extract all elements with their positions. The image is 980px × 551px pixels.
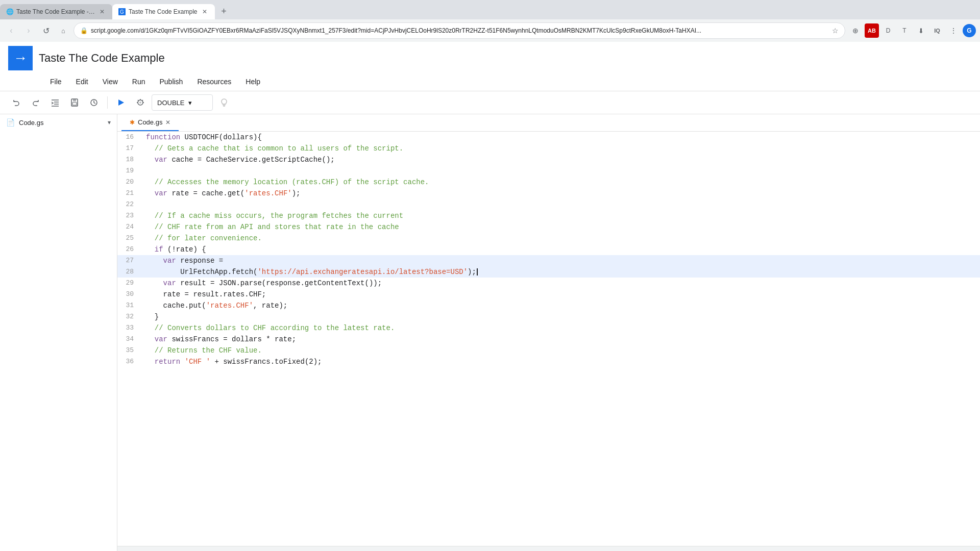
toolbar-separator-1 [107,96,108,109]
table-row: 27 var response = [117,255,980,266]
iqlink-icon[interactable]: IQ [930,23,944,38]
line-number: 21 [117,188,142,199]
menu-bar: File Edit View Run Publish Resources Hel… [8,72,972,89]
line-content: var rate = cache.get('rates.CHF'); [142,188,980,199]
app-container: → Taste The Code Example File Edit View … [0,42,980,551]
line-content: // Accesses the memory location (rates.C… [142,177,980,188]
line-number: 20 [117,177,142,188]
tab1-favicon: 🌐 [6,8,13,15]
file-name-label: Code.gs [19,119,104,127]
extensions-icon[interactable]: ⊕ [848,23,863,38]
line-content: var result = JSON.parse(response.getCont… [142,278,980,289]
line-content: rate = result.rates.CHF; [142,289,980,300]
editor-tabs: ✱ Code.gs ✕ [117,114,980,132]
table-row: 24 // CHF rate from an API and stores th… [117,221,980,233]
code-content[interactable]: 16function USDTOCHF(dollars){17 // Gets … [117,132,980,546]
url-text: script.google.com/d/1GKz0qmFTvVI5GiOAZFY… [91,27,829,34]
menu-run[interactable]: Run [125,74,153,89]
settings-icon[interactable]: ⋮ [946,23,961,38]
save-button[interactable] [66,94,83,111]
forward-button[interactable]: › [21,23,36,38]
save-icon[interactable]: ⬇ [914,23,928,38]
line-number: 22 [117,199,142,210]
table-row: 35 // Returns the CHF value. [117,345,980,356]
table-row: 30 rate = result.rates.CHF; [117,289,980,300]
table-row: 36 return 'CHF ' + swissFrancs.toFixed(2… [117,356,980,367]
line-number: 28 [117,266,142,278]
table-row: 17 // Gets a cache that is common to all… [117,143,980,154]
table-row: 29 var result = JSON.parse(response.getC… [117,278,980,289]
browser-tab-2[interactable]: G Taste The Code Example ✕ [112,4,215,19]
function-select-value: DOUBLE [157,99,184,107]
line-content: UrlFetchApp.fetch('https://api.exchanger… [142,266,980,278]
svg-point-17 [139,102,141,104]
bulb-button[interactable] [216,94,232,111]
app-header: → Taste The Code Example File Edit View … [0,42,980,91]
tab2-close[interactable]: ✕ [201,8,209,16]
table-row: 26 if (!rate) { [117,244,980,255]
line-number: 25 [117,233,142,244]
bookmark-icon[interactable]: ☆ [832,27,839,35]
line-number: 26 [117,244,142,255]
table-row: 19 [117,165,980,177]
line-number: 36 [117,356,142,367]
function-select[interactable]: DOUBLE ▾ [152,94,213,111]
tab1-close[interactable]: ✕ [98,8,106,16]
horizontal-scrollbar[interactable] [117,546,980,551]
undo-button[interactable] [8,94,24,111]
address-bar[interactable]: 🔒 script.google.com/d/1GKz0qmFTvVI5GiOAZ… [74,22,845,39]
menu-help[interactable]: Help [238,74,267,89]
line-content: // CHF rate from an API and stores that … [142,221,980,233]
line-content: cache.put('rates.CHF', rate); [142,300,980,311]
run-button[interactable] [113,94,129,111]
line-number: 17 [117,143,142,154]
page-title: Taste The Code Example [39,52,165,65]
editor-tab-code-gs[interactable]: ✱ Code.gs ✕ [121,114,179,131]
editor-area: 📄 Code.gs ▾ ✱ Code.gs ✕ 16function USDTO… [0,114,980,551]
line-number: 19 [117,165,142,177]
line-content: var response = [142,255,980,266]
back-button[interactable]: ‹ [4,23,18,38]
table-row: 21 var rate = cache.get('rates.CHF'); [117,188,980,199]
table-row: 25 // for later convenience. [117,233,980,244]
profile-avatar[interactable]: G [963,24,976,37]
redo-button[interactable] [28,94,44,111]
history-button[interactable] [86,94,102,111]
menu-publish[interactable]: Publish [152,74,190,89]
browser-toolbar-icons: ⊕ AB D T ⬇ IQ ⋮ G [848,23,976,38]
svg-line-16 [142,100,143,101]
svg-rect-8 [72,103,77,105]
menu-resources[interactable]: Resources [190,74,238,89]
debug-button[interactable] [132,94,149,111]
menu-edit[interactable]: Edit [69,74,95,89]
file-item-code-gs[interactable]: 📄 Code.gs ▾ [0,114,117,131]
new-tab-button[interactable]: + [217,4,231,18]
table-row: 31 cache.put('rates.CHF', rate); [117,300,980,311]
line-content: // Returns the CHF value. [142,345,980,356]
dashlane-icon[interactable]: D [881,23,895,38]
table-row: 32 } [117,311,980,322]
app-logo: → [8,46,33,70]
function-select-chevron: ▾ [188,99,192,107]
editor-toolbar: DOUBLE ▾ [0,91,980,114]
line-number: 33 [117,322,142,334]
lock-icon: 🔒 [80,27,88,34]
line-content: var swissFrancs = dollars * rate; [142,334,980,345]
browser-tab-1[interactable]: 🌐 Taste The Code Example - Goo... ✕ [0,4,112,19]
omnibox-bar: ‹ › ↺ ⌂ 🔒 script.google.com/d/1GKz0qmFTv… [0,19,980,42]
line-content: function USDTOCHF(dollars){ [142,132,980,143]
table-row: 22 [117,199,980,210]
line-content: // Gets a cache that is common to all us… [142,143,980,154]
home-button[interactable]: ⌂ [56,23,70,38]
indent-button[interactable] [47,94,63,111]
menu-view[interactable]: View [95,74,125,89]
reload-button[interactable]: ↺ [39,23,53,38]
table-row: 18 var cache = CacheService.getScriptCac… [117,154,980,165]
translate-icon[interactable]: T [897,23,912,38]
line-number: 27 [117,255,142,266]
tab-close-icon[interactable]: ✕ [165,119,170,126]
file-icon: 📄 [6,118,15,127]
adblock-icon[interactable]: AB [865,23,879,38]
table-row: 33 // Converts dollars to CHF according … [117,322,980,334]
menu-file[interactable]: File [43,74,69,89]
